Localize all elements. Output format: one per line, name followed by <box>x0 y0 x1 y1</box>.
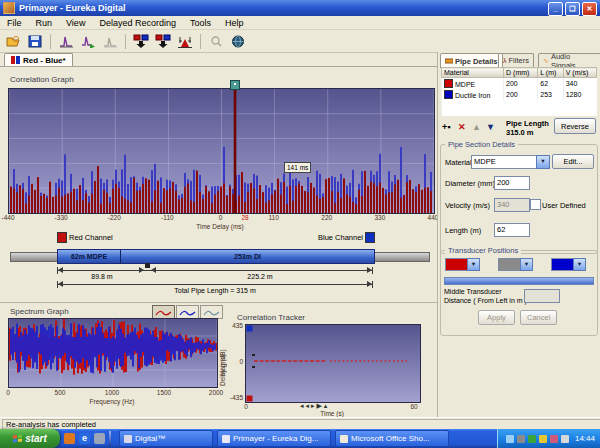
tracker-plot[interactable] <box>245 324 421 403</box>
maximize-button[interactable]: ❏ <box>565 2 580 16</box>
tray-icon[interactable] <box>517 435 525 443</box>
menu-file[interactable]: File <box>0 18 29 28</box>
col-v[interactable]: V (m/s) <box>563 68 596 78</box>
transducer-position-slider[interactable] <box>444 277 594 285</box>
start-button[interactable]: start <box>0 429 60 448</box>
pipe-sections[interactable]: 62m MDPE 253m DI <box>57 249 375 264</box>
middle-distance-input[interactable] <box>524 289 560 303</box>
materials-table: Material D (mm) L (m) V (m/s) MDPE 200 6… <box>441 67 597 116</box>
window-title: Primayer - Eureka Digital <box>19 3 126 13</box>
move-up-button[interactable]: ▲ <box>472 122 481 132</box>
correlation-x-tick: -110 <box>154 214 180 221</box>
col-material[interactable]: Material <box>442 68 504 78</box>
correlation-x-tick: -330 <box>48 214 74 221</box>
arrow-right-icon <box>367 267 372 273</box>
table-row[interactable]: MDPE 200 62 340 <box>442 78 597 90</box>
spectrum-plot[interactable] <box>8 318 218 388</box>
length-label: Length (m) <box>445 226 481 235</box>
menu-help[interactable]: Help <box>218 18 251 28</box>
delete-section-button[interactable]: ✕ <box>458 122 466 132</box>
diameter-input[interactable]: 200 <box>494 176 530 190</box>
window-titlebar[interactable]: Primayer - Eureka Digital _ ❏ ✕ <box>0 0 600 16</box>
correlation-graph-title: Correlation Graph <box>10 75 74 84</box>
web-button[interactable] <box>228 32 248 51</box>
save-button[interactable] <box>25 32 45 51</box>
correlation-plot[interactable] <box>8 88 435 214</box>
zoom-disabled-button[interactable] <box>206 32 226 51</box>
tracker-playback-controls[interactable]: ◂ ◂ ▸ ▶ ▴ <box>300 402 327 410</box>
user-defined-checkbox[interactable] <box>530 199 541 210</box>
show-desktop-icon[interactable] <box>94 433 105 444</box>
open-button[interactable] <box>3 32 23 51</box>
tracker-title: Correlation Tracker <box>237 313 305 322</box>
add-section-button[interactable]: +▪ <box>442 122 450 132</box>
blue-transducer-dropdown[interactable]: ▼ <box>573 258 586 271</box>
material-label: Material <box>445 158 472 167</box>
leak-position-marker[interactable] <box>145 263 150 268</box>
pipe-length-value: 315.0 m <box>506 128 534 137</box>
correlation-x-tick: 330 <box>367 214 393 221</box>
correlation-x-tick: -220 <box>101 214 127 221</box>
edit-material-button[interactable]: Edit... <box>552 154 594 169</box>
peak-marker-button[interactable] <box>175 32 195 51</box>
material-dropdown-arrow[interactable]: ▼ <box>536 155 550 169</box>
internet-explorer-icon[interactable]: e <box>79 433 90 444</box>
tab-red-blue[interactable]: Red - Blue* <box>4 53 73 66</box>
tray-icon[interactable] <box>561 435 569 443</box>
group-title: Pipe Section Details <box>445 140 518 149</box>
correlation-run-button[interactable] <box>78 32 98 51</box>
menu-view[interactable]: View <box>59 18 92 28</box>
tab-filters[interactable]: λ Filters <box>498 53 534 67</box>
taskbar-window-office[interactable]: Microsoft Office Sho... <box>335 430 449 447</box>
taskbar-window-primayer[interactable]: Primayer - Eureka Dig... <box>217 430 331 447</box>
right-panel: Pipe Details λ Filters ∿ Audio Signals M… <box>437 52 600 417</box>
middle-transducer-dropdown[interactable]: ▼ <box>520 258 533 271</box>
move-down-button[interactable]: ▼ <box>486 122 495 132</box>
dim-tick <box>372 267 373 274</box>
download-red-blue-button-1[interactable] <box>131 32 151 51</box>
red-wave-toggle[interactable] <box>152 305 175 319</box>
download-red-blue-icon <box>133 34 149 48</box>
middle-transducer-label-2: Distance ( From Left in m ) <box>444 297 527 304</box>
tab-pipe-details[interactable]: Pipe Details <box>440 53 503 68</box>
minimize-button[interactable]: _ <box>548 2 563 16</box>
correlation-graph-button[interactable] <box>56 32 76 51</box>
taskbar-clock[interactable]: 14:44 <box>575 434 595 443</box>
table-row[interactable]: Ductile Iron 200 253 1280 <box>442 89 597 100</box>
pipe-segment-mdpe[interactable]: 62m MDPE <box>58 250 121 263</box>
blue-wave-toggle[interactable] <box>176 305 199 319</box>
correlation-run-icon <box>81 35 96 48</box>
tray-icon[interactable] <box>528 435 536 443</box>
user-defined-label: User Defined <box>542 201 586 210</box>
red-transducer-dropdown[interactable]: ▼ <box>467 258 480 271</box>
peak-cursor-flag[interactable] <box>230 80 240 90</box>
correlation-disabled-button[interactable] <box>100 32 120 51</box>
menu-run[interactable]: Run <box>29 18 60 28</box>
apply-button[interactable]: Apply <box>478 310 515 325</box>
pipe-segment-di[interactable]: 253m DI <box>121 250 374 263</box>
tab-audio-signals[interactable]: ∿ Audio Signals <box>538 53 600 67</box>
reverse-button[interactable]: Reverse <box>554 118 596 134</box>
peak-marker-icon <box>177 35 193 48</box>
gray-wave-icon <box>203 308 220 317</box>
quick-launch-icon-1[interactable] <box>64 433 75 444</box>
length-input[interactable]: 62 <box>494 223 530 237</box>
red-channel-marker-icon[interactable] <box>57 232 67 243</box>
gray-wave-toggle[interactable] <box>200 305 223 319</box>
tab-label: Filters <box>509 56 529 65</box>
system-tray: 14:44 <box>497 429 600 448</box>
taskbar-window-digital[interactable]: Digital™ <box>119 430 213 447</box>
menu-tools[interactable]: Tools <box>183 18 218 28</box>
close-button[interactable]: ✕ <box>582 2 597 16</box>
tray-icon[interactable] <box>539 435 547 443</box>
blue-channel-marker-icon[interactable] <box>365 232 375 243</box>
menu-delayed-recording[interactable]: Delayed Recording <box>92 18 183 28</box>
material-combobox[interactable]: MDPE <box>471 155 540 169</box>
tray-icon[interactable] <box>550 435 558 443</box>
cancel-button[interactable]: Cancel <box>520 310 557 325</box>
tray-icon[interactable] <box>506 435 514 443</box>
col-l[interactable]: L (m) <box>538 68 563 78</box>
velocity-input[interactable]: 340 <box>494 198 530 212</box>
download-red-blue-button-2[interactable] <box>153 32 173 51</box>
col-d[interactable]: D (mm) <box>504 68 538 78</box>
